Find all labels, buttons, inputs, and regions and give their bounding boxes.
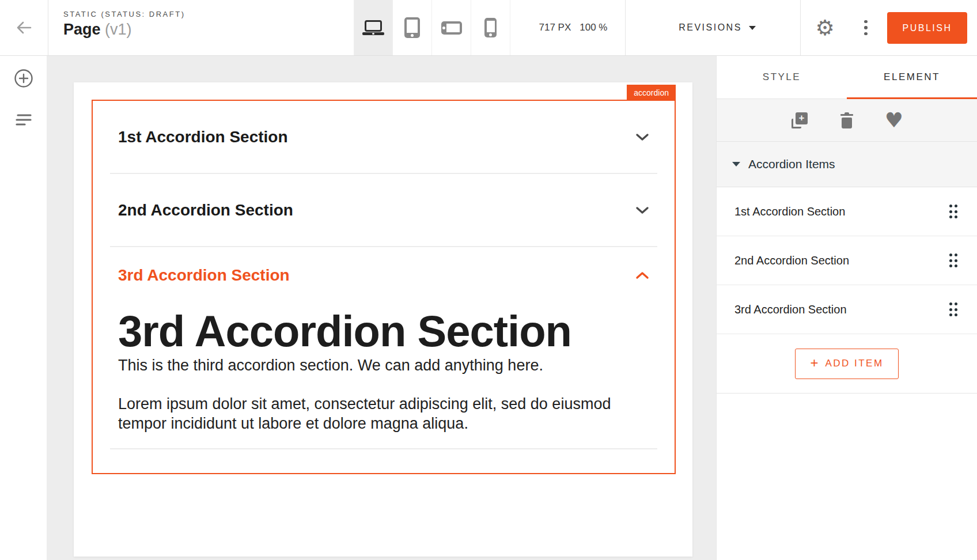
- tab-style[interactable]: STYLE: [717, 56, 847, 99]
- accordion-section-title: 2nd Accordion Section: [118, 201, 293, 220]
- inspector-tabs: STYLE ELEMENT: [717, 56, 977, 99]
- triangle-down-icon: [732, 162, 740, 167]
- doc-status-label: STATIC (STATUS: DRAFT): [63, 10, 185, 18]
- selected-element-outline[interactable]: accordion 1st Accordion Section 2nd Acco…: [92, 100, 676, 474]
- back-button[interactable]: [7, 0, 40, 55]
- tablet-portrait-icon: [404, 17, 420, 38]
- breakpoint-tablet-landscape-button[interactable]: [432, 0, 471, 55]
- accordion-items-group-header[interactable]: Accordion Items: [717, 141, 977, 187]
- editor-canvas: accordion 1st Accordion Section 2nd Acco…: [47, 56, 716, 560]
- plus-icon: +: [810, 355, 818, 371]
- kebab-menu-icon: [864, 20, 868, 36]
- item-label: 1st Accordion Section: [734, 205, 845, 218]
- item-label: 3rd Accordion Section: [734, 303, 847, 316]
- navigator-button[interactable]: [0, 101, 47, 138]
- content-heading: 3rd Accordion Section: [118, 307, 649, 355]
- divider: [800, 0, 801, 55]
- add-item-section: + ADD ITEM: [717, 334, 977, 393]
- item-label: 2nd Accordion Section: [734, 254, 849, 267]
- layers-list-icon: [14, 112, 33, 127]
- laptop-icon: [362, 20, 384, 35]
- accordion-item-row-3[interactable]: 3rd Accordion Section: [717, 285, 977, 334]
- add-item-button[interactable]: + ADD ITEM: [795, 349, 899, 379]
- settings-button[interactable]: ⚙: [808, 0, 842, 55]
- delete-button[interactable]: [835, 109, 858, 132]
- breakpoint-desktop-button[interactable]: [354, 0, 393, 55]
- heart-icon: ♥: [885, 110, 903, 131]
- divider: [110, 448, 657, 449]
- drag-handle-icon[interactable]: [949, 302, 958, 316]
- plus-circle-icon: [14, 69, 33, 88]
- divider: [625, 0, 626, 55]
- inspector-panel: STYLE ELEMENT + ♥ Accordion Items 1st Ac…: [716, 56, 977, 560]
- accordion-expanded-content: 3rd Accordion Section This is the third …: [93, 304, 675, 433]
- tab-element[interactable]: ELEMENT: [847, 56, 977, 99]
- content-subheading: This is the third accordion section. We …: [118, 357, 649, 374]
- gear-icon: ⚙: [815, 17, 834, 39]
- phone-icon: [484, 18, 497, 37]
- chevron-down-icon: [749, 26, 756, 30]
- drag-handle-icon[interactable]: [949, 253, 958, 267]
- add-element-button[interactable]: [0, 60, 47, 97]
- tablet-landscape-icon: [441, 21, 462, 35]
- duplicate-icon: +: [792, 112, 808, 128]
- viewport-width-value: 717 PX: [539, 22, 571, 33]
- element-actions-row: + ♥: [717, 99, 977, 141]
- accordion-section-1-header[interactable]: 1st Accordion Section: [93, 101, 675, 173]
- trash-icon: [840, 112, 854, 128]
- publish-button[interactable]: PUBLISH: [887, 12, 967, 44]
- group-title: Accordion Items: [748, 157, 835, 171]
- breakpoint-switcher: [354, 0, 510, 55]
- page-preview: accordion 1st Accordion Section 2nd Acco…: [74, 82, 692, 557]
- page-version: (v1): [105, 21, 132, 38]
- back-arrow-icon: [15, 20, 32, 35]
- more-options-button[interactable]: [849, 0, 883, 55]
- breakpoint-phone-button[interactable]: [471, 0, 510, 55]
- accordion-section-2-header[interactable]: 2nd Accordion Section: [93, 174, 675, 246]
- chevron-down-icon: [635, 133, 649, 141]
- top-toolbar: STATIC (STATUS: DRAFT) Page (v1) 717 PX …: [0, 0, 977, 56]
- accordion-section-title: 1st Accordion Section: [118, 128, 288, 146]
- revisions-dropdown[interactable]: REVISIONS: [651, 0, 783, 55]
- accordion-section-title-active: 3rd Accordion Section: [118, 266, 290, 285]
- divider: [48, 0, 48, 55]
- chevron-up-icon: [635, 271, 649, 279]
- page-title: Page (v1): [63, 21, 185, 39]
- favorite-button[interactable]: ♥: [883, 109, 906, 132]
- accordion-item-row-2[interactable]: 2nd Accordion Section: [717, 236, 977, 285]
- accordion-section-3-header[interactable]: 3rd Accordion Section: [93, 247, 675, 304]
- viewport-zoom-value: 100 %: [580, 22, 607, 33]
- element-tag-badge[interactable]: accordion: [627, 85, 676, 101]
- chevron-down-icon: [635, 206, 649, 214]
- viewport-size-indicator: 717 PX 100 %: [521, 0, 625, 55]
- left-toolbar: [0, 56, 47, 560]
- content-paragraph: Lorem ipsum dolor sit amet, consectetur …: [118, 394, 649, 433]
- duplicate-button[interactable]: +: [788, 109, 811, 132]
- drag-handle-icon[interactable]: [949, 205, 958, 218]
- page-title-block: STATIC (STATUS: DRAFT) Page (v1): [63, 10, 185, 39]
- accordion-item-row-1[interactable]: 1st Accordion Section: [717, 187, 977, 236]
- breakpoint-tablet-portrait-button[interactable]: [393, 0, 432, 55]
